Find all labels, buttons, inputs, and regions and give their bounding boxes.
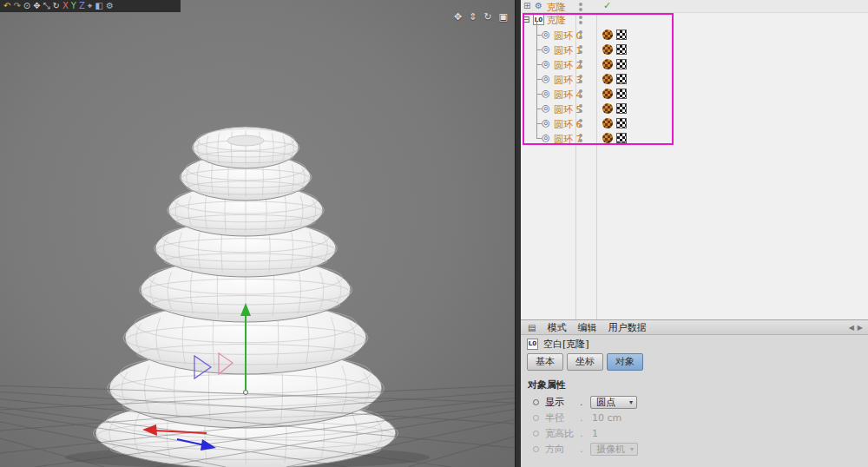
keyframe-circle-icon[interactable] xyxy=(533,415,539,421)
enabled-check-icon[interactable]: ✓ xyxy=(603,0,611,11)
prop-row-radius: 半径.10 cm xyxy=(521,410,868,425)
cinema4d-window: ↶↷⊙✥⤡↻XYZ⌖◧⚙ ✥⇕↻▣ ⊞ ⚙ 克隆 ✓ ⊟ L0 克隆 ◎圆环 0… xyxy=(0,0,868,467)
panel-grid-icon[interactable]: ⊞ xyxy=(523,1,530,10)
y-axis-icon[interactable]: Y xyxy=(71,1,76,11)
prop-label: 半径 xyxy=(545,411,580,424)
om-row-torus-3[interactable]: ◎圆环 3 xyxy=(521,72,868,87)
orbit-view-icon[interactable]: ↻ xyxy=(483,11,491,23)
torus-icon: ◎ xyxy=(542,102,550,114)
material-tag-icon[interactable] xyxy=(602,133,613,143)
dropdown-value: 摄像机 xyxy=(596,443,625,456)
undo-icon[interactable]: ↶ xyxy=(3,1,10,11)
object-name[interactable]: 圆环 4 xyxy=(554,89,582,102)
om-row-null[interactable]: ⊟ L0 克隆 xyxy=(521,13,868,28)
move-icon[interactable]: ✥ xyxy=(33,1,40,11)
torus-icon: ◎ xyxy=(542,43,550,55)
visibility-dots[interactable] xyxy=(579,60,582,70)
texture-tag-icon[interactable] xyxy=(616,30,627,40)
menu-mode[interactable]: 模式 xyxy=(547,321,566,334)
menu-userdata[interactable]: 用户数据 xyxy=(608,321,646,334)
nav-back-icon[interactable]: ◀ xyxy=(849,324,854,332)
om-row-torus-4[interactable]: ◎圆环 4 xyxy=(521,87,868,102)
object-name[interactable]: 圆环 0 xyxy=(554,30,582,43)
om-row-torus-0[interactable]: ◎圆环 0 xyxy=(521,28,868,43)
pan-view-icon[interactable]: ✥ xyxy=(454,11,462,23)
key-dot: . xyxy=(580,444,590,455)
dolly-view-icon[interactable]: ⇕ xyxy=(469,11,477,23)
visibility-dots[interactable] xyxy=(579,75,582,85)
material-tag-icon[interactable] xyxy=(602,74,613,84)
material-tag-icon[interactable] xyxy=(602,89,613,99)
nav-forward-icon[interactable]: ▶ xyxy=(858,324,863,332)
collapse-icon[interactable]: ⊟ xyxy=(523,16,529,24)
object-name[interactable]: 圆环 2 xyxy=(554,59,582,72)
visibility-dots[interactable] xyxy=(579,134,582,144)
attribute-menu-bar: ▤ 模式 编辑 用户数据 ◀ ▶ xyxy=(521,320,868,335)
object-name[interactable]: 圆环 1 xyxy=(554,44,582,57)
object-name[interactable]: 圆环 6 xyxy=(554,118,582,131)
attribute-object-title: 空白[克隆] xyxy=(543,338,589,351)
object-name[interactable]: 圆环 7 xyxy=(554,133,582,146)
scale-icon[interactable]: ⤡ xyxy=(43,1,50,11)
visibility-dots[interactable] xyxy=(579,30,582,41)
visibility-dots[interactable] xyxy=(579,119,582,129)
om-row-cloner[interactable]: ⊞ ⚙ 克隆 ✓ xyxy=(521,0,868,13)
om-row-torus-6[interactable]: ◎圆环 6 xyxy=(521,116,868,131)
select-icon[interactable]: ⊙ xyxy=(23,1,30,11)
material-tag-icon[interactable] xyxy=(602,44,613,55)
orientation-dropdown[interactable]: 摄像机▾ xyxy=(590,443,638,456)
visibility-dots[interactable] xyxy=(579,16,582,26)
render-settings-icon[interactable]: ⚙ xyxy=(106,1,114,11)
texture-tag-icon[interactable] xyxy=(616,103,627,114)
texture-tag-icon[interactable] xyxy=(616,118,627,128)
texture-tag-icon[interactable] xyxy=(616,74,627,84)
visibility-dots[interactable] xyxy=(579,45,582,56)
viewport-3d[interactable]: ↶↷⊙✥⤡↻XYZ⌖◧⚙ ✥⇕↻▣ xyxy=(0,0,515,467)
visibility-dots[interactable] xyxy=(579,104,582,115)
visibility-dots[interactable] xyxy=(579,3,582,13)
material-tag-icon[interactable] xyxy=(602,59,613,69)
x-axis-icon[interactable]: X xyxy=(62,1,69,11)
texture-tag-icon[interactable] xyxy=(616,133,627,143)
z-axis-icon[interactable]: Z xyxy=(79,1,85,11)
om-row-torus-7[interactable]: ◎圆环 7 xyxy=(521,131,868,146)
keyframe-circle-icon[interactable] xyxy=(533,399,539,405)
keyframe-circle-icon[interactable] xyxy=(533,446,539,452)
material-tag-icon[interactable] xyxy=(602,103,613,114)
torus-icon: ◎ xyxy=(542,132,550,143)
material-tag-icon[interactable] xyxy=(602,118,613,128)
redo-icon[interactable]: ↷ xyxy=(13,1,20,11)
attribute-object-header: L0 空白[克隆] xyxy=(521,335,868,352)
om-row-torus-1[interactable]: ◎圆环 1 xyxy=(521,43,868,57)
torus-icon: ◎ xyxy=(542,58,550,69)
menu-edit[interactable]: 编辑 xyxy=(577,321,596,334)
object-name[interactable]: 克隆 xyxy=(547,1,566,14)
material-tag-icon[interactable] xyxy=(602,30,613,40)
rotate-icon[interactable]: ↻ xyxy=(53,1,60,11)
texture-tag-icon[interactable] xyxy=(616,44,627,55)
render-view-icon[interactable]: ◧ xyxy=(95,1,102,11)
dropdown-caret-icon: ▾ xyxy=(630,445,634,453)
key-dot: . xyxy=(580,397,590,408)
object-name[interactable]: 圆环 5 xyxy=(554,103,582,116)
texture-tag-icon[interactable] xyxy=(616,89,627,99)
coordinates-icon[interactable]: ⌖ xyxy=(88,1,93,11)
display-dropdown[interactable]: 圆点▾ xyxy=(590,396,637,409)
texture-tag-icon[interactable] xyxy=(616,59,627,69)
torus-icon: ◎ xyxy=(542,88,550,99)
prop-label: 显示 xyxy=(545,396,580,409)
torus-icon: ◎ xyxy=(542,73,550,84)
tab-coordinates[interactable]: 坐标 xyxy=(567,353,603,371)
object-name[interactable]: 克隆 xyxy=(547,14,566,27)
visibility-dots[interactable] xyxy=(579,89,582,100)
panel-splitter[interactable] xyxy=(515,0,521,467)
panel-menu-icon[interactable]: ▤ xyxy=(528,323,536,332)
om-row-torus-2[interactable]: ◎圆环 2 xyxy=(521,57,868,72)
tab-object[interactable]: 对象 xyxy=(607,353,643,371)
keyframe-circle-icon[interactable] xyxy=(533,431,539,437)
tab-basic[interactable]: 基本 xyxy=(527,353,563,371)
maximize-view-icon[interactable]: ▣ xyxy=(499,11,508,23)
om-row-torus-5[interactable]: ◎圆环 5 xyxy=(521,102,868,116)
object-name[interactable]: 圆环 3 xyxy=(554,74,582,87)
attribute-manager: ▤ 模式 编辑 用户数据 ◀ ▶ L0 空白[克隆] 基本坐标对象 对象属性 显… xyxy=(521,319,868,467)
